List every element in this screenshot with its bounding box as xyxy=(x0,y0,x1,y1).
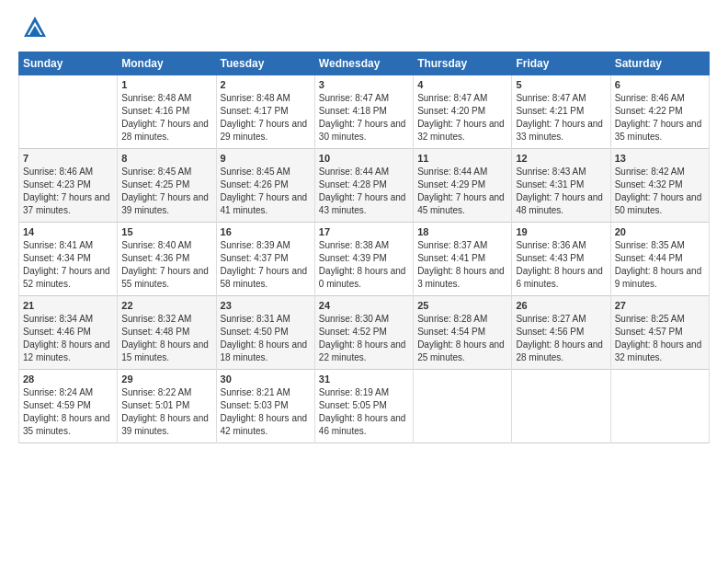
day-number: 21 xyxy=(23,300,113,311)
day-info: Sunrise: 8:36 AMSunset: 4:43 PMDaylight:… xyxy=(516,239,606,291)
header-tuesday: Tuesday xyxy=(216,52,314,75)
day-number: 27 xyxy=(615,300,705,311)
day-info: Sunrise: 8:19 AMSunset: 5:05 PMDaylight:… xyxy=(319,386,409,438)
day-info: Sunrise: 8:31 AMSunset: 4:50 PMDaylight:… xyxy=(221,313,311,364)
day-cell xyxy=(610,370,709,443)
day-cell: 9Sunrise: 8:45 AMSunset: 4:26 PMDaylight… xyxy=(216,149,314,223)
day-cell: 26Sunrise: 8:27 AMSunset: 4:56 PMDayligh… xyxy=(512,296,610,370)
day-number: 9 xyxy=(221,153,311,164)
day-number: 24 xyxy=(319,300,409,311)
week-row-1: 7Sunrise: 8:46 AMSunset: 4:23 PMDaylight… xyxy=(19,149,710,223)
day-cell: 18Sunrise: 8:37 AMSunset: 4:41 PMDayligh… xyxy=(414,223,512,296)
header-saturday: Saturday xyxy=(610,52,709,75)
day-cell: 24Sunrise: 8:30 AMSunset: 4:52 PMDayligh… xyxy=(314,296,413,370)
day-cell: 5Sunrise: 8:47 AMSunset: 4:21 PMDaylight… xyxy=(512,75,610,149)
day-number: 6 xyxy=(615,79,705,90)
day-number: 12 xyxy=(516,153,606,164)
day-info: Sunrise: 8:39 AMSunset: 4:37 PMDaylight:… xyxy=(221,239,311,291)
header-friday: Friday xyxy=(512,52,610,75)
day-info: Sunrise: 8:28 AMSunset: 4:54 PMDaylight:… xyxy=(417,313,507,364)
day-number: 10 xyxy=(319,153,409,164)
header-thursday: Thursday xyxy=(414,52,512,75)
day-cell: 30Sunrise: 8:21 AMSunset: 5:03 PMDayligh… xyxy=(216,370,314,443)
day-info: Sunrise: 8:43 AMSunset: 4:31 PMDaylight:… xyxy=(516,166,606,217)
day-number: 13 xyxy=(615,153,705,164)
day-number: 30 xyxy=(221,373,311,385)
day-cell: 2Sunrise: 8:48 AMSunset: 4:17 PMDaylight… xyxy=(216,75,314,149)
day-info: Sunrise: 8:48 AMSunset: 4:17 PMDaylight:… xyxy=(221,92,311,144)
day-cell: 23Sunrise: 8:31 AMSunset: 4:50 PMDayligh… xyxy=(216,296,314,370)
day-cell: 13Sunrise: 8:42 AMSunset: 4:32 PMDayligh… xyxy=(610,149,709,223)
week-row-3: 21Sunrise: 8:34 AMSunset: 4:46 PMDayligh… xyxy=(19,296,710,370)
day-number: 22 xyxy=(121,300,211,311)
day-info: Sunrise: 8:40 AMSunset: 4:36 PMDaylight:… xyxy=(121,239,211,291)
day-info: Sunrise: 8:35 AMSunset: 4:44 PMDaylight:… xyxy=(615,239,705,291)
day-number: 16 xyxy=(221,226,311,237)
day-info: Sunrise: 8:32 AMSunset: 4:48 PMDaylight:… xyxy=(121,313,211,364)
day-number: 20 xyxy=(615,226,705,237)
day-cell: 31Sunrise: 8:19 AMSunset: 5:05 PMDayligh… xyxy=(314,370,413,443)
day-cell: 16Sunrise: 8:39 AMSunset: 4:37 PMDayligh… xyxy=(216,223,314,296)
day-info: Sunrise: 8:34 AMSunset: 4:46 PMDaylight:… xyxy=(23,313,113,364)
day-info: Sunrise: 8:48 AMSunset: 4:16 PMDaylight:… xyxy=(121,92,211,144)
day-number: 29 xyxy=(121,373,211,385)
day-number: 1 xyxy=(121,79,211,90)
day-cell: 4Sunrise: 8:47 AMSunset: 4:20 PMDaylight… xyxy=(414,75,512,149)
day-info: Sunrise: 8:38 AMSunset: 4:39 PMDaylight:… xyxy=(319,239,409,291)
page: Sunday Monday Tuesday Wednesday Thursday… xyxy=(0,0,728,563)
day-info: Sunrise: 8:47 AMSunset: 4:21 PMDaylight:… xyxy=(516,92,606,144)
day-info: Sunrise: 8:41 AMSunset: 4:34 PMDaylight:… xyxy=(23,239,113,291)
day-cell: 27Sunrise: 8:25 AMSunset: 4:57 PMDayligh… xyxy=(610,296,709,370)
day-number: 3 xyxy=(319,79,409,90)
day-number: 14 xyxy=(23,226,113,237)
day-cell: 14Sunrise: 8:41 AMSunset: 4:34 PMDayligh… xyxy=(19,223,118,296)
day-cell: 11Sunrise: 8:44 AMSunset: 4:29 PMDayligh… xyxy=(414,149,512,223)
day-number: 15 xyxy=(121,226,211,237)
day-number: 7 xyxy=(23,153,113,164)
day-info: Sunrise: 8:25 AMSunset: 4:57 PMDaylight:… xyxy=(615,313,705,364)
day-info: Sunrise: 8:47 AMSunset: 4:20 PMDaylight:… xyxy=(417,92,507,144)
day-number: 5 xyxy=(516,79,606,90)
header-sunday: Sunday xyxy=(19,52,118,75)
day-info: Sunrise: 8:44 AMSunset: 4:29 PMDaylight:… xyxy=(417,166,507,217)
header-row: Sunday Monday Tuesday Wednesday Thursday… xyxy=(19,52,710,75)
logo xyxy=(18,15,48,40)
day-info: Sunrise: 8:45 AMSunset: 4:25 PMDaylight:… xyxy=(121,166,211,217)
day-cell: 10Sunrise: 8:44 AMSunset: 4:28 PMDayligh… xyxy=(314,149,413,223)
day-cell: 20Sunrise: 8:35 AMSunset: 4:44 PMDayligh… xyxy=(610,223,709,296)
calendar-table: Sunday Monday Tuesday Wednesday Thursday… xyxy=(18,52,710,443)
day-info: Sunrise: 8:21 AMSunset: 5:03 PMDaylight:… xyxy=(221,386,311,438)
day-info: Sunrise: 8:44 AMSunset: 4:28 PMDaylight:… xyxy=(319,166,409,217)
day-cell: 25Sunrise: 8:28 AMSunset: 4:54 PMDayligh… xyxy=(414,296,512,370)
day-info: Sunrise: 8:42 AMSunset: 4:32 PMDaylight:… xyxy=(615,166,705,217)
day-cell: 22Sunrise: 8:32 AMSunset: 4:48 PMDayligh… xyxy=(118,296,216,370)
day-cell: 17Sunrise: 8:38 AMSunset: 4:39 PMDayligh… xyxy=(314,223,413,296)
day-number: 2 xyxy=(221,79,311,90)
day-cell: 8Sunrise: 8:45 AMSunset: 4:25 PMDaylight… xyxy=(118,149,216,223)
week-row-2: 14Sunrise: 8:41 AMSunset: 4:34 PMDayligh… xyxy=(19,223,710,296)
day-number: 11 xyxy=(417,153,507,164)
day-info: Sunrise: 8:47 AMSunset: 4:18 PMDaylight:… xyxy=(319,92,409,144)
day-cell: 19Sunrise: 8:36 AMSunset: 4:43 PMDayligh… xyxy=(512,223,610,296)
header-wednesday: Wednesday xyxy=(314,52,413,75)
day-info: Sunrise: 8:24 AMSunset: 4:59 PMDaylight:… xyxy=(23,386,113,438)
day-info: Sunrise: 8:22 AMSunset: 5:01 PMDaylight:… xyxy=(121,386,211,438)
header-monday: Monday xyxy=(118,52,216,75)
day-info: Sunrise: 8:27 AMSunset: 4:56 PMDaylight:… xyxy=(516,313,606,364)
logo-icon xyxy=(22,15,48,40)
day-info: Sunrise: 8:37 AMSunset: 4:41 PMDaylight:… xyxy=(417,239,507,291)
header xyxy=(18,15,710,40)
day-number: 4 xyxy=(417,79,507,90)
week-row-4: 28Sunrise: 8:24 AMSunset: 4:59 PMDayligh… xyxy=(19,370,710,443)
day-cell xyxy=(19,75,118,149)
day-cell: 28Sunrise: 8:24 AMSunset: 4:59 PMDayligh… xyxy=(19,370,118,443)
day-number: 19 xyxy=(516,226,606,237)
day-number: 17 xyxy=(319,226,409,237)
day-info: Sunrise: 8:30 AMSunset: 4:52 PMDaylight:… xyxy=(319,313,409,364)
day-info: Sunrise: 8:45 AMSunset: 4:26 PMDaylight:… xyxy=(221,166,311,217)
day-number: 8 xyxy=(121,153,211,164)
day-cell: 21Sunrise: 8:34 AMSunset: 4:46 PMDayligh… xyxy=(19,296,118,370)
day-cell xyxy=(512,370,610,443)
day-cell: 7Sunrise: 8:46 AMSunset: 4:23 PMDaylight… xyxy=(19,149,118,223)
day-number: 25 xyxy=(417,300,507,311)
